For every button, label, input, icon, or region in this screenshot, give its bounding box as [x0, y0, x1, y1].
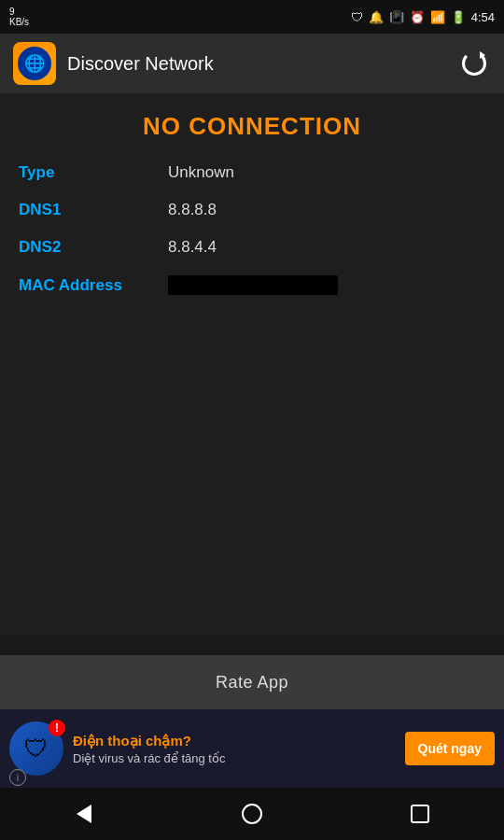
dns1-row: DNS1 8.8.8.8 — [19, 201, 485, 219]
status-speed: 9 KB/s — [9, 7, 29, 27]
app-icon — [13, 42, 56, 85]
alarm-icon: ⏰ — [410, 10, 425, 24]
mac-value: ████████████████ — [168, 275, 338, 295]
ad-text: Điện thoại chậm? Diệt virus và rác để tă… — [73, 733, 396, 765]
nav-back-button[interactable] — [61, 797, 107, 831]
status-time: 4:54 — [471, 10, 495, 24]
nav-recents-button[interactable] — [397, 797, 443, 831]
dns1-label: DNS1 — [19, 201, 168, 219]
vibrate-icon: 📳 — [389, 10, 404, 24]
connection-status: NO CONNECTION — [19, 112, 485, 141]
mac-label: MAC Address — [19, 276, 168, 295]
type-value: Unknown — [168, 163, 234, 182]
nav-home-button[interactable] — [229, 797, 275, 831]
ad-info-icon: i — [9, 769, 26, 786]
refresh-button[interactable] — [457, 47, 491, 80]
app-title: Discover Network — [67, 53, 214, 75]
ad-scan-button[interactable]: Quét ngay — [405, 732, 495, 765]
battery-icon: 🔋 — [451, 10, 466, 24]
refresh-icon — [462, 51, 486, 76]
status-icons: 🛡 🔔 📳 ⏰ 📶 🔋 4:54 — [351, 10, 495, 24]
app-bar: Discover Network — [0, 34, 504, 93]
ad-subtext: Diệt virus và rác để tăng tốc — [73, 751, 396, 765]
dns1-value: 8.8.8.8 — [168, 201, 217, 219]
nav-bar — [0, 788, 504, 840]
type-label: Type — [19, 163, 168, 182]
type-row: Type Unknown — [19, 163, 485, 182]
back-icon — [77, 805, 91, 823]
main-content: NO CONNECTION Type Unknown DNS1 8.8.8.8 … — [0, 93, 504, 635]
status-bar: 9 KB/s 🛡 🔔 📳 ⏰ 📶 🔋 4:54 — [0, 0, 504, 34]
mac-row: MAC Address ████████████████ — [19, 275, 485, 295]
ad-headline: Điện thoại chậm? — [73, 733, 396, 749]
signal-icon: 📶 — [430, 10, 445, 24]
notification-icon: 🔔 — [369, 10, 384, 24]
dns2-label: DNS2 — [19, 238, 168, 257]
vpn-icon: 🛡 — [351, 10, 363, 24]
rate-app-button[interactable]: Rate App — [0, 655, 504, 709]
home-icon — [242, 804, 262, 824]
dns2-row: DNS2 8.8.4.4 — [19, 238, 485, 257]
ad-banner: 🛡 Điện thoại chậm? Diệt virus và rác để … — [0, 709, 504, 788]
rate-app-container: Rate App — [0, 655, 504, 709]
app-bar-left: Discover Network — [13, 42, 214, 85]
dns2-value: 8.8.4.4 — [168, 238, 217, 257]
app-icon-globe — [18, 47, 51, 80]
ad-shield-icon: 🛡 — [9, 721, 63, 776]
recents-icon — [411, 805, 429, 823]
